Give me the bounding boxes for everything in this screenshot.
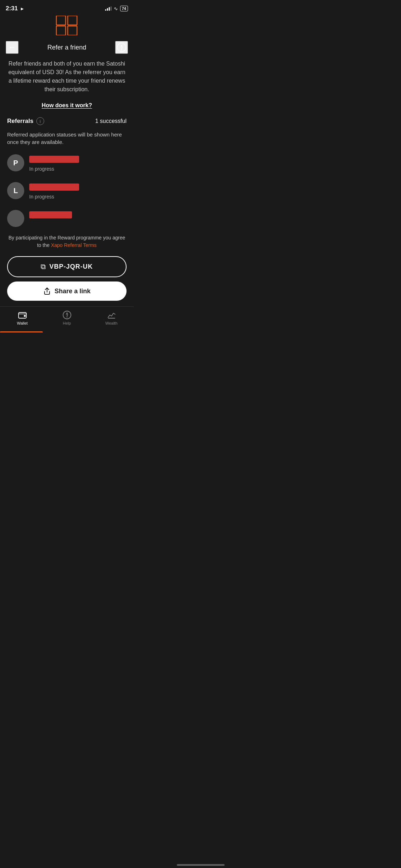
- battery-icon: 74: [120, 6, 128, 11]
- app-logo: [0, 16, 134, 38]
- description-text: Refer friends and both of you earn the S…: [7, 60, 127, 94]
- referrals-label: Referrals: [7, 118, 34, 125]
- xapo-logo-icon: [55, 16, 79, 35]
- terms-text: By participating in the Reward programme…: [7, 234, 127, 249]
- nav-label-wallet: Wallet: [17, 321, 27, 325]
- redacted-name: [29, 211, 72, 218]
- svg-point-7: [9, 216, 23, 223]
- bottom-nav: Wallet Help Wealth: [0, 306, 134, 332]
- referral-status: In progress: [29, 166, 54, 172]
- wallet-icon: [18, 310, 27, 320]
- share-icon: [43, 287, 51, 295]
- referral-item: L In progress: [7, 182, 127, 200]
- back-arrow-icon: ←: [8, 43, 16, 52]
- referral-item-partial: [7, 210, 127, 227]
- nav-item-wealth[interactable]: Wealth: [89, 310, 134, 325]
- share-link-button[interactable]: Share a link: [7, 281, 127, 301]
- copy-icon: ⧉: [41, 263, 46, 271]
- referral-item: P In progress: [7, 154, 127, 172]
- status-icons: ∿ 74: [105, 6, 128, 11]
- wealth-icon: [107, 310, 116, 320]
- wifi-icon: ∿: [114, 6, 118, 11]
- svg-rect-13: [108, 318, 115, 319]
- referral-code-text: VBP-JQR-UK: [49, 263, 93, 270]
- back-button[interactable]: ←: [6, 41, 19, 54]
- referral-info: In progress: [29, 182, 127, 200]
- referral-info-partial: [29, 210, 127, 221]
- referrals-label-group: Referrals i: [7, 117, 44, 125]
- location-icon: ►: [20, 6, 25, 11]
- svg-point-4: [117, 43, 126, 52]
- svg-rect-3: [68, 26, 77, 35]
- nav-label-help: Help: [63, 321, 71, 325]
- referral-info: In progress: [29, 154, 127, 172]
- referrals-header: Referrals i 1 successful: [7, 117, 127, 125]
- redacted-name: [29, 156, 79, 163]
- nav-item-wallet[interactable]: Wallet: [0, 310, 45, 325]
- svg-point-6: [121, 50, 122, 50]
- nav-item-help[interactable]: Help: [45, 310, 89, 325]
- terms-link[interactable]: Xapo Referral Terms: [51, 242, 97, 248]
- signal-icon: [105, 6, 112, 11]
- svg-point-5: [121, 45, 122, 46]
- help-icon: [117, 42, 127, 52]
- help-button[interactable]: [115, 41, 128, 54]
- active-indicator: [0, 331, 43, 332]
- svg-rect-9: [24, 315, 26, 317]
- how-it-works-link[interactable]: How does it work?: [7, 102, 127, 109]
- share-link-label: Share a link: [55, 288, 91, 295]
- main-content: Refer friends and both of you earn the S…: [0, 60, 134, 301]
- svg-point-10: [63, 311, 71, 319]
- nav-help-icon: [62, 310, 72, 320]
- redacted-name: [29, 184, 79, 191]
- status-bar: 2:31 ► ∿ 74: [0, 0, 134, 16]
- referrals-count: 1 successful: [95, 118, 127, 124]
- nav-label-wealth: Wealth: [105, 321, 117, 325]
- referrals-info-button[interactable]: i: [36, 117, 44, 125]
- referral-status: In progress: [29, 194, 54, 200]
- referral-code-button[interactable]: ⧉ VBP-JQR-UK: [7, 256, 127, 277]
- avatar: P: [7, 154, 24, 171]
- svg-point-12: [67, 317, 67, 318]
- status-time: 2:31 ►: [6, 5, 25, 12]
- page-header: ← Refer a friend: [0, 38, 134, 60]
- svg-rect-2: [56, 26, 66, 35]
- status-notice: Referred application statuses will be sh…: [7, 131, 127, 146]
- partial-avatar-icon: [7, 214, 24, 223]
- avatar: L: [7, 182, 24, 199]
- page-title: Refer a friend: [47, 44, 86, 51]
- svg-rect-1: [68, 16, 77, 25]
- avatar-partial: [7, 210, 24, 227]
- svg-rect-0: [56, 16, 66, 25]
